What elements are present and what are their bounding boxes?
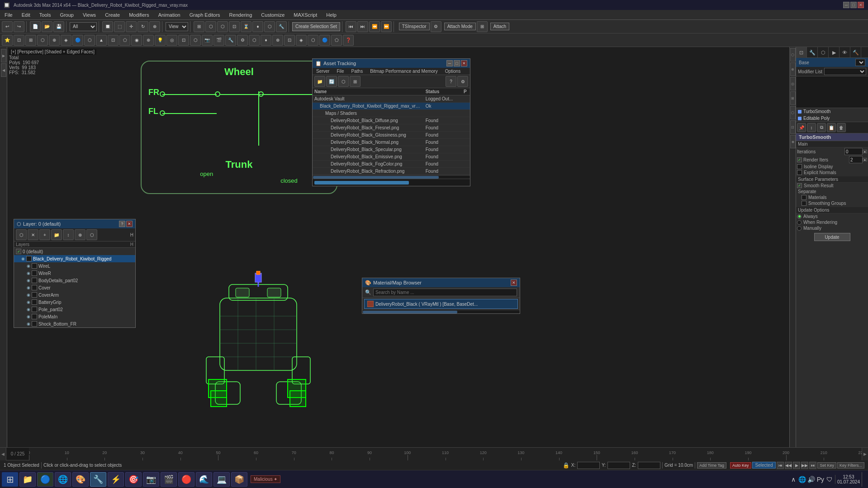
toolbar-anim-btn4[interactable]: ⏩ [381,21,392,32]
render-iters-input[interactable] [849,156,863,163]
timeline-prev-btn[interactable]: ◀ [0,448,6,460]
layers-tb-btn3[interactable]: + [39,229,50,240]
tb2-btn22[interactable]: ⬡ [249,35,260,46]
at-menu-file[interactable]: File [333,68,347,75]
auto-key-btn[interactable]: Auto Key [730,462,751,469]
toolbar-attach-icon[interactable]: ⊞ [477,21,488,32]
layer-item-2[interactable]: ◉WireL [14,262,135,270]
toolbar-anim-btn3[interactable]: ⏪ [369,21,380,32]
modifier-list-select[interactable] [824,68,866,75]
at-close[interactable]: ✕ [461,60,467,66]
menu-group[interactable]: Group [55,11,78,19]
fr-btn6[interactable]: ⊡ [790,120,796,134]
layer-vis-7[interactable] [32,299,37,305]
show-desktop-btn[interactable] [862,472,864,487]
tb2-btn3[interactable]: ⊞ [25,35,36,46]
y-input[interactable] [607,462,630,469]
smoothing-groups-checkbox[interactable] [802,201,806,206]
tb2-btn10[interactable]: ⊡ [108,35,119,46]
tb2-btn6[interactable]: ◈ [61,35,71,46]
toolbar-move[interactable]: ✛ [126,21,137,32]
at-tb-help[interactable]: ? [446,76,456,87]
title-close-btn[interactable]: ✕ [858,2,864,8]
tb2-btn29[interactable]: ⬠ [331,35,342,46]
menu-help[interactable]: Help [322,11,341,19]
toolbar-undo[interactable]: ↩ [2,21,13,32]
layer-check-0[interactable]: ✓ [16,249,21,254]
attach-btn[interactable]: Attach [490,23,509,30]
toolbar-btn-b[interactable]: ⬡ [205,21,216,32]
menu-create[interactable]: Create [100,11,124,19]
at-row-6[interactable]: DeliveryRobot_Black_Normal.png Found [313,139,470,146]
tray-sound[interactable]: 🔊 [808,476,815,483]
tray-network[interactable]: 🌐 [799,476,806,483]
taskbar-start-btn[interactable]: ⊞ [2,472,18,487]
at-row-10[interactable]: DeliveryRobot_Black_Refraction.png Found [313,168,470,175]
layer-item-6[interactable]: ◉CoverArm [14,291,135,298]
mat-close[interactable]: ✕ [511,280,517,286]
tb2-btn12[interactable]: ◉ [131,35,142,46]
manually-radio[interactable] [797,226,802,231]
layer-item-7[interactable]: ◉BatteryGrip [14,298,135,306]
layers-tb-btn6[interactable]: ⊕ [75,229,85,240]
taskbar-app-misc2[interactable]: 🎯 [125,472,142,487]
tb2-btn7[interactable]: 🔵 [72,35,83,46]
menu-file[interactable]: File [0,11,17,19]
tray-icon1[interactable]: Ру [817,476,824,483]
tb2-btn8[interactable]: ⬡ [84,35,95,46]
tb2-btn15[interactable]: ◎ [166,35,177,46]
fr-btn4[interactable]: ⊞ [790,91,796,105]
taskbar-app-paint[interactable]: 🎨 [72,472,89,487]
x-input[interactable] [577,462,600,469]
add-time-tag-btn[interactable]: Add Time Tag [697,462,726,469]
set-key-btn[interactable]: Set Key [817,462,836,469]
modifier-editable-poly[interactable]: Editable Poly [796,115,868,122]
toolbar-btn-g[interactable]: ⬡ [264,21,275,32]
tb2-btn21[interactable]: ⚙ [237,35,248,46]
tb2-btn14[interactable]: 💡 [155,35,166,46]
layers-tb-btn7[interactable]: ⬡ [86,229,97,240]
render-iters-checkbox[interactable]: ✓ [797,157,802,162]
taskbar-app-3dsmax[interactable]: 🔧 [90,472,106,487]
tray-up-arrow[interactable]: ∧ [790,476,797,483]
mod-pin-btn[interactable]: 📌 [797,123,806,132]
at-menu-options[interactable]: Options [441,68,464,75]
at-tb-btn1[interactable]: 📁 [314,76,325,87]
layer-vis-3[interactable] [32,270,37,276]
when-rendering-radio[interactable] [797,220,802,225]
toolbar-redo[interactable]: ↪ [14,21,24,32]
key-filters-btn[interactable]: Key Filters... [837,462,864,469]
at-menu-bitmap[interactable]: Bitmap Performance and Memory [366,68,441,75]
mod-paste-btn[interactable]: 📋 [827,123,836,132]
at-row-7[interactable]: DeliveryRobot_Black_Specular.png Found [313,146,470,153]
at-menu-server[interactable]: Server [313,68,333,75]
taskbar-app-misc8[interactable]: 📦 [231,472,247,487]
tb2-btn2[interactable]: ⊡ [14,35,24,46]
anim-prev-key[interactable]: ◀◀ [785,462,792,469]
iterations-spinner-up[interactable]: ▲ [863,150,867,153]
toolbar-open[interactable]: 📂 [42,21,52,32]
anim-next-frame[interactable]: ⏭ [809,462,816,469]
tb2-btn11[interactable]: ⬠ [119,35,130,46]
layer-item-4[interactable]: ◉BodyDetails_part02 [14,277,135,284]
tb2-btn23[interactable]: ♦ [261,35,271,46]
menu-tools[interactable]: Tools [35,11,56,19]
fr-btn3[interactable]: ◎ [790,77,796,90]
materials-checkbox[interactable] [802,195,806,200]
toolbar-btn-a[interactable]: ⊞ [194,21,204,32]
tb2-btn9[interactable]: ▲ [96,35,107,46]
tb2-btn20[interactable]: 🔧 [225,35,236,46]
toolbar-select-obj[interactable]: 🔲 [102,21,113,32]
layer-vis-2[interactable] [32,263,37,269]
layer-vis-9[interactable] [32,314,37,319]
taskbar-app-chrome[interactable]: 🔵 [37,472,53,487]
timeline-next-btn[interactable]: ▶ [862,448,868,460]
left-tb-btn2[interactable]: ◀ [1,63,6,77]
tb2-btn17[interactable]: ⬡ [190,35,201,46]
attach-mode-btn[interactable]: Attach Mode [444,23,476,30]
tray-icon2[interactable]: 🛡 [826,476,833,483]
mod-move-btn[interactable]: ↕ [807,123,816,132]
taskbar-app-misc1[interactable]: ⚡ [108,472,124,487]
toolbar-scale[interactable]: ⊕ [149,21,160,32]
layer-vis-6[interactable] [32,292,37,298]
